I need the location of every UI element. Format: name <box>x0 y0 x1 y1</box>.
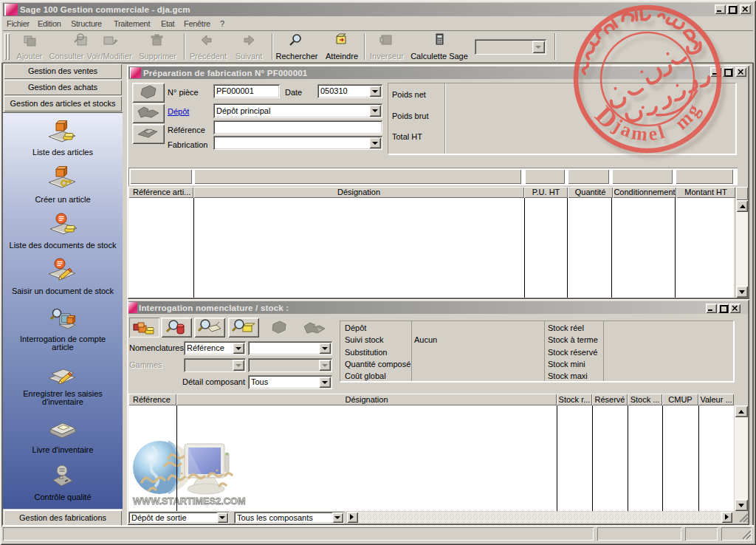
svg-text:WWW.STARTIMES2.COM: WWW.STARTIMES2.COM <box>133 496 246 507</box>
